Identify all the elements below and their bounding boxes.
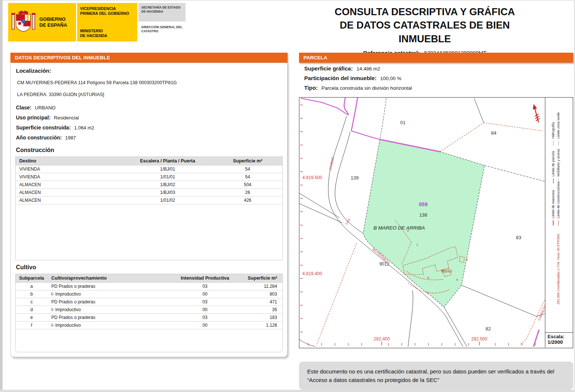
north-arrow-icon xyxy=(532,104,541,123)
legend-group-parcela: Límite de parcela Mobiliario y aceras xyxy=(551,149,561,184)
road-label-camino: CAMINO xyxy=(328,157,335,170)
ministerio-text: MINISTERIO xyxy=(80,29,134,33)
limite-manzana-swatch-icon xyxy=(553,220,554,225)
subparcel-letter-d: d xyxy=(466,258,468,261)
localizacion-label: Localización: xyxy=(16,67,51,74)
vicepresidencia-text: VICEPRESIDENCIA xyxy=(80,6,134,11)
map-drawing: 01 84 139 83 82 059 138 B MAREO DE ARRIB… xyxy=(299,98,545,347)
logo-gobierno-de-espana: GOBIERNO DE ESPAÑA xyxy=(8,3,76,42)
map-legend: Hidrografía Límite zona verde Límite de … xyxy=(545,98,573,347)
zona-verde-swatch-icon xyxy=(558,141,559,146)
field-tipo: Tipo: Parcela construida sin división ho… xyxy=(304,85,412,91)
direccion-catastro-text: DIRECCIÓN GENERAL DEL CATASTRO xyxy=(138,22,185,33)
government-logo-block: GOBIERNO DE ESPAÑA VICEPRESIDENCIA PRIME… xyxy=(8,3,185,42)
field-superficie-grafica: Superficie gráfica: 14.486 m2 xyxy=(304,65,380,72)
field-clase: Clase: URBANO xyxy=(16,105,56,111)
cultivo-table: Subparcela Cultivo/aprovechamiento Inten… xyxy=(15,274,283,352)
construccion-header-row: Destino Escalera / Planta / Puerta Super… xyxy=(16,157,282,165)
document-title: CONSULTA DESCRIPTIVA Y GRÁFICA DE DATOS … xyxy=(315,5,534,56)
cultivo-title: Cultivo xyxy=(16,264,36,271)
table-row: f I- Improductivo 00 1.126 xyxy=(16,322,282,329)
parcel-label-01: 01 xyxy=(400,120,405,125)
scan-edge-bottom xyxy=(0,390,575,392)
spain-coat-of-arms-icon xyxy=(11,10,36,34)
left-edge-ticks xyxy=(300,105,303,332)
title-line-1: CONSULTA DESCRIPTIVA Y GRÁFICA xyxy=(315,5,534,19)
legend-group-manzana: Límite de manzana Límite de construccion… xyxy=(551,181,561,225)
bottom-edge-ticks xyxy=(308,343,535,346)
parcel-label-83: 83 xyxy=(516,235,521,240)
subparcel-letter-c: c xyxy=(427,291,429,294)
title-line-2: DE DATOS CATASTRALES DE BIEN INMUEBLE xyxy=(315,19,534,46)
scan-edge-top xyxy=(0,0,575,1)
footer-disclaimer: Este documento no es una certificación c… xyxy=(299,362,573,390)
poligono-label-059: 059 xyxy=(419,201,428,207)
datos-descriptivos-panel: Localización: CM MUYERINES-PEDRERA 114 P… xyxy=(10,63,288,357)
scan-edge-left xyxy=(0,0,3,392)
secretaria-text: SECRETARÍA DE ESTADO DE HACIENDA xyxy=(138,3,185,22)
parcel-138-green-area xyxy=(363,139,484,307)
construccion-title: Construcción xyxy=(16,147,54,154)
coordinate-ticks xyxy=(382,342,479,345)
address-line-1: CM MUYERINES-PEDRERA 114 Polígono 59 Par… xyxy=(17,80,177,85)
coordinate-4819500: 4.819.500 xyxy=(302,175,322,180)
section-bar-parcela: PARCELA xyxy=(299,53,573,63)
parcel-label-84: 84 xyxy=(491,130,496,136)
hidrografia-swatch-icon xyxy=(553,141,553,146)
sheet-label-9012: 9012 xyxy=(380,261,390,267)
table-row: VIVIENDA 1/01/01 54 xyxy=(16,173,282,181)
parcel-label-138: 138 xyxy=(419,212,427,218)
road-label-carretera: CARRETERA xyxy=(537,301,545,321)
table-row: VIVIENDA 1/BJ/01 54 xyxy=(16,165,282,173)
escala-value: 1/2000 xyxy=(548,339,571,345)
subparcel-letter-b: b xyxy=(427,276,429,280)
table-row: b I- Improductivo 00 803 xyxy=(16,290,282,298)
subparcel-letter-e: e xyxy=(456,278,458,281)
section-bar-datos-descriptivos: DATOS DESCRIPTIVOS DEL INMUEBLE xyxy=(10,53,288,63)
field-ano-construccion: Año construcción: 1987 xyxy=(16,135,76,141)
table-row: c PD Prados o praderas 03 471 xyxy=(16,298,282,306)
field-uso-principal: Uso principal: Residencial xyxy=(16,115,79,121)
escala-box: Escala: 1/2000 xyxy=(545,332,573,347)
table-row: ALMACEN 1/BJ/02 504 xyxy=(16,181,282,189)
cadastral-map: 01 84 139 83 82 059 138 B MAREO DE ARRIB… xyxy=(299,97,573,348)
parcel-label-82: 82 xyxy=(486,326,491,332)
legend-group-hidrografia: Hidrografía Límite zona verde xyxy=(551,112,561,146)
coordinate-282400: 282.400 xyxy=(374,336,390,342)
coordinate-282500: 282.500 xyxy=(471,336,487,342)
escala-label: Escala: xyxy=(548,334,571,339)
table-row: ALMACEN 1/BJ/03 26 xyxy=(16,189,282,197)
logo-ministerio: VICEPRESIDENCIA PRIMERA DEL GOBIERNO MIN… xyxy=(77,3,137,42)
cultivo-header-row: Subparcela Cultivo/aprovechamiento Inten… xyxy=(16,274,282,283)
gobierno-text: GOBIERNO DE ESPAÑA xyxy=(39,16,67,29)
utm-coordinates-note: 282.600 Coordenadas U.T.M. Huso 30 ETRS8… xyxy=(556,234,560,304)
field-superficie-construida: Superficie construida: 1.064 m2 xyxy=(16,125,94,131)
field-participacion: Participación del inmueble: 100,00 % xyxy=(304,75,401,81)
logo-secretaria-column: SECRETARÍA DE ESTADO DE HACIENDA DIRECCI… xyxy=(138,3,185,42)
place-label-mareo-de-arriba: B MAREO DE ARRIBA xyxy=(374,225,425,231)
coordinate-4819400: 4.819.400 xyxy=(302,271,322,276)
limite-construcciones-swatch-icon xyxy=(558,220,559,225)
subparcel-letter-a: a xyxy=(407,229,409,233)
table-row: a PD Prados o praderas 03 11.284 xyxy=(16,283,282,290)
address-line-2: LA PEDRERA. 33390 GIJON [ASTURIAS] xyxy=(17,92,104,97)
parcel-label-139: 139 xyxy=(351,175,359,181)
building-label-mareo: Mareo xyxy=(441,269,452,273)
table-row: e PD Prados o praderas 03 183 xyxy=(16,314,282,322)
construccion-table: Destino Escalera / Planta / Puerta Super… xyxy=(15,157,283,260)
table-row: ALMACEN 1/01/02 426 xyxy=(16,197,282,204)
table-row: d I- Improductivo 00 35 xyxy=(16,306,282,314)
